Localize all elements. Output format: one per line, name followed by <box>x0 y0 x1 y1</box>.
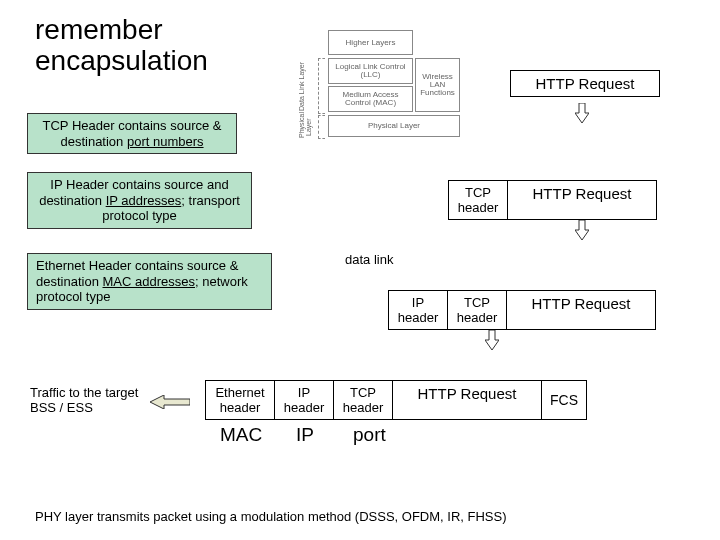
traffic-label: Traffic to the target BSS / ESS <box>30 385 140 415</box>
osi-stack-diagram: Higher Layers Logical Link Control (LLC)… <box>290 30 480 145</box>
tcp-header-note: TCP Header contains source & destination… <box>27 113 237 154</box>
ip-header-box-4: IP header <box>274 380 334 420</box>
ip-header-note: IP Header contains source and destinatio… <box>27 172 252 229</box>
left-arrow-icon <box>150 395 190 409</box>
title-line1: remember <box>35 14 163 45</box>
phy-footer: PHY layer transmits packet using a modul… <box>35 509 685 525</box>
tcp-header-box-2: TCP header <box>448 180 508 220</box>
http-request-box-4: HTTP Request <box>392 380 542 420</box>
down-arrow-icon <box>575 103 589 123</box>
fcs-box: FCS <box>541 380 587 420</box>
http-request-box-1: HTTP Request <box>510 70 660 97</box>
osi-phy-label: Physical Layer <box>298 116 312 138</box>
ip-header-box-3: IP header <box>388 290 448 330</box>
http-request-box-2: HTTP Request <box>507 180 657 220</box>
title-line2: encapsulation <box>35 45 208 76</box>
port-label: port <box>353 424 386 446</box>
down-arrow-icon <box>485 330 499 350</box>
osi-llc: Logical Link Control (LLC) <box>328 58 413 84</box>
osi-higher-layers: Higher Layers <box>328 30 413 55</box>
http-request-box-3: HTTP Request <box>506 290 656 330</box>
eth-header-box-4: Ethernet header <box>205 380 275 420</box>
tcp-header-box-4: TCP header <box>333 380 393 420</box>
eth-header-note: Ethernet Header contains source & destin… <box>27 253 272 310</box>
osi-dll-label: Data Link Layer <box>298 60 305 112</box>
down-arrow-icon <box>575 220 589 240</box>
osi-wlan: Wireless LAN Functions <box>415 58 460 112</box>
mac-label: MAC <box>220 424 262 446</box>
tcp-header-box-3: TCP header <box>447 290 507 330</box>
osi-phy: Physical Layer <box>328 115 460 137</box>
datalink-label: data link <box>345 252 393 267</box>
osi-mac: Medium Access Control (MAC) <box>328 86 413 112</box>
ip-label: IP <box>296 424 314 446</box>
